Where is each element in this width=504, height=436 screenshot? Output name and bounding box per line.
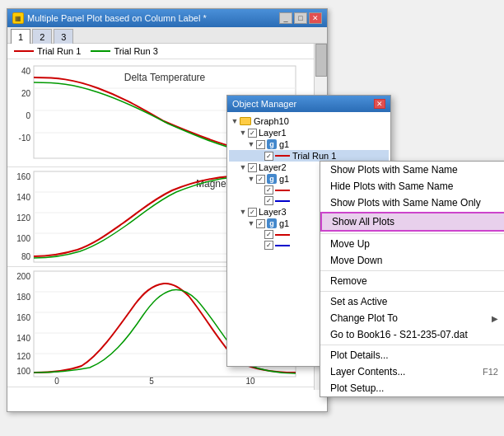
ctx-remove[interactable]: Remove: [320, 273, 504, 289]
obj-manager-title: Object Manager: [232, 99, 296, 109]
svg-text:200: 200: [16, 272, 30, 281]
close-button[interactable]: ✕: [309, 12, 322, 24]
layer1-checkbox[interactable]: [248, 129, 257, 138]
expand-icon[interactable]: ▼: [247, 140, 255, 148]
ctx-layer-contents-label: Layer Contents...: [330, 366, 405, 377]
legend-line-green: [91, 50, 110, 52]
trial1-label: Trial Run 1: [292, 151, 336, 161]
ctx-set-active[interactable]: Set as Active: [320, 293, 504, 310]
svg-text:160: 160: [16, 313, 30, 322]
expand-icon[interactable]: ▼: [239, 208, 247, 216]
ctx-hide-same-name[interactable]: Hide Plots with Same Name: [320, 178, 504, 195]
legend-trial3: Trial Run 3: [91, 46, 157, 56]
svg-text:5: 5: [149, 377, 154, 386]
svg-text:0: 0: [54, 377, 59, 386]
expand-icon: [255, 241, 264, 250]
f12-shortcut-label: F12: [483, 367, 498, 377]
ctx-show-same-name-only-label: Show Plots with Same Name Only: [330, 197, 481, 209]
legend-bar: Trial Run 1 Trial Run 3: [7, 44, 327, 59]
legend-trial1-label: Trial Run 1: [37, 46, 81, 56]
tree-graph10[interactable]: ▼ Graph10: [229, 115, 389, 127]
line-blue-icon: [275, 200, 290, 202]
expand-icon[interactable]: ▼: [239, 129, 247, 137]
g-icon: g: [267, 174, 277, 184]
layer2-g1-checkbox[interactable]: [256, 175, 265, 184]
expand-icon[interactable]: ▼: [247, 219, 255, 227]
ctx-go-to-book-label: Go to Book16 - S21-235-07.dat: [330, 329, 468, 340]
ctx-move-down[interactable]: Move Down: [320, 252, 504, 269]
svg-text:100: 100: [16, 367, 30, 376]
layer2-label: Layer2: [259, 162, 287, 172]
ctx-plot-setup[interactable]: Plot Setup...: [320, 380, 504, 396]
ctx-change-plot-to[interactable]: Change Plot To ▶: [320, 310, 504, 326]
ctx-change-plot-label: Change Plot To: [330, 312, 398, 324]
tree-layer1[interactable]: ▼ Layer1: [229, 127, 389, 138]
ctx-show-all-plots[interactable]: Show All Plots: [320, 212, 504, 232]
obj-manager-close-button[interactable]: ✕: [374, 99, 385, 109]
submenu-arrow-icon: ▶: [492, 314, 498, 323]
layer3-g1-label: g1: [279, 218, 289, 228]
ctx-layer-contents[interactable]: Layer Contents... F12: [320, 363, 504, 380]
scroll-thumb[interactable]: [315, 44, 327, 77]
ctx-show-same-name-only[interactable]: Show Plots with Same Name Only: [320, 195, 504, 211]
layer2-line2-checkbox[interactable]: [264, 196, 273, 205]
tree-trial-run-1[interactable]: Trial Run 1: [229, 150, 389, 162]
tab-2[interactable]: 2: [32, 29, 52, 44]
g1-checkbox[interactable]: [256, 140, 265, 149]
g1-label: g1: [279, 139, 289, 149]
app-icon: ▦: [12, 12, 24, 24]
layer3-line1-checkbox[interactable]: [264, 230, 273, 239]
g-icon: g: [267, 139, 277, 149]
svg-text:10: 10: [245, 377, 255, 386]
obj-manager-titlebar: Object Manager ✕: [227, 96, 390, 112]
tree-layer1-g1[interactable]: ▼ g g1: [229, 138, 389, 150]
layer3-line2-checkbox[interactable]: [264, 241, 273, 250]
line-red-icon: [275, 155, 290, 157]
ctx-go-to-book[interactable]: Go to Book16 - S21-235-07.dat: [320, 326, 504, 343]
ctx-separator-3: [320, 291, 504, 292]
tab-bar: 1 2 3: [7, 27, 327, 44]
ctx-move-up-label: Move Up: [330, 238, 370, 250]
tab-3[interactable]: 3: [54, 29, 73, 44]
maximize-button[interactable]: □: [294, 12, 307, 24]
ctx-plot-details[interactable]: Plot Details...: [320, 347, 504, 363]
expand-icon: [255, 231, 264, 239]
svg-text:40: 40: [21, 67, 31, 76]
layer1-label: Layer1: [259, 128, 287, 138]
ctx-plot-setup-label: Plot Setup...: [330, 382, 384, 394]
ctx-show-all-plots-label: Show All Plots: [332, 216, 394, 227]
svg-text:20: 20: [21, 89, 31, 98]
ctx-move-down-label: Move Down: [330, 255, 382, 266]
g-icon: g: [267, 218, 277, 228]
expand-icon[interactable]: ▼: [239, 163, 247, 171]
layer2-line1-checkbox[interactable]: [264, 185, 273, 195]
ctx-move-up[interactable]: Move Up: [320, 236, 504, 252]
context-menu: Show Plots with Same Name Hide Plots wit…: [320, 161, 504, 397]
graph10-label: Graph10: [254, 116, 289, 126]
svg-text:120: 120: [16, 352, 30, 361]
window-title: Multiple Panel Plot based on Column Labe…: [27, 13, 207, 23]
layer3-checkbox[interactable]: [248, 208, 257, 217]
svg-text:80: 80: [21, 252, 31, 261]
ctx-hide-same-name-label: Hide Plots with Same Name: [330, 180, 453, 192]
expand-icon[interactable]: ▼: [247, 175, 255, 183]
legend-trial3-label: Trial Run 3: [114, 46, 157, 56]
ctx-show-same-name[interactable]: Show Plots with Same Name: [320, 162, 504, 178]
minimize-button[interactable]: _: [279, 12, 292, 24]
legend-trial1: Trial Run 1: [14, 46, 81, 56]
ctx-show-same-name-label: Show Plots with Same Name: [330, 164, 458, 176]
main-titlebar: ▦ Multiple Panel Plot based on Column La…: [7, 9, 327, 27]
svg-text:180: 180: [16, 293, 30, 302]
trial1-checkbox[interactable]: [264, 152, 273, 161]
layer3-g1-checkbox[interactable]: [256, 219, 265, 228]
ctx-remove-label: Remove: [330, 275, 367, 287]
tab-1[interactable]: 1: [11, 29, 30, 44]
expand-icon[interactable]: ▼: [231, 117, 239, 125]
layer3-label: Layer3: [259, 207, 287, 217]
ctx-set-active-label: Set as Active: [330, 296, 387, 307]
svg-text:0: 0: [26, 111, 30, 120]
svg-text:140: 140: [16, 334, 30, 343]
layer2-checkbox[interactable]: [248, 163, 257, 172]
svg-text:140: 140: [16, 193, 30, 202]
legend-line-red: [14, 50, 34, 52]
